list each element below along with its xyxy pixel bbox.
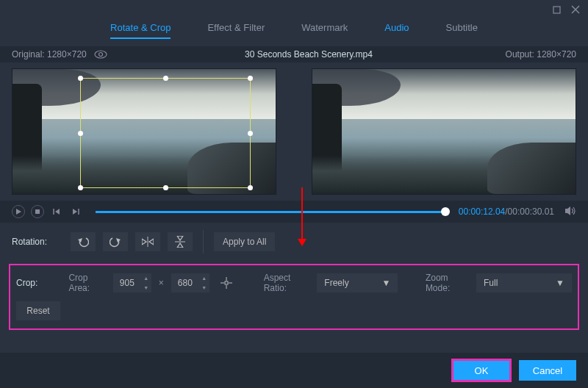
tab-rotate-crop[interactable]: Rotate & Crop [110,22,171,39]
svg-marker-8 [55,209,60,215]
svg-marker-16 [149,239,154,245]
svg-marker-19 [177,243,183,248]
height-down[interactable]: ▼ [199,283,209,292]
svg-marker-5 [16,209,21,215]
reset-button[interactable]: Reset [16,301,60,320]
file-title: 30 Seconds Beach Scenery.mp4 [159,49,459,60]
stop-button[interactable] [31,205,44,218]
tab-effect-filter[interactable]: Effect & Filter [207,22,265,39]
close-button[interactable] [570,4,581,15]
preview-area [0,62,588,201]
volume-icon[interactable] [564,206,576,218]
svg-rect-6 [35,209,40,214]
zoom-mode-select[interactable]: Full▼ [476,273,572,292]
flip-horizontal-button[interactable] [135,232,160,251]
next-frame-button[interactable] [69,205,82,218]
original-dimensions: Original: 1280×720 [12,49,87,60]
seek-thumb[interactable] [441,207,450,216]
info-bar: Original: 1280×720 30 Seconds Beach Scen… [0,46,588,62]
width-up[interactable]: ▲ [141,273,151,283]
cancel-button[interactable]: Cancel [519,360,576,381]
output-dimensions: Output: 1280×720 [459,49,576,60]
maximize-button[interactable] [551,4,562,15]
seek-slider[interactable] [96,211,445,213]
crop-section-highlight: Crop: Crop Area: ▲▼ × ▲▼ Aspect Ratio: F… [9,264,579,330]
aspect-ratio-label: Aspect Ratio: [264,273,310,293]
time-display: 00:00:12.04/00:00:30.01 [459,206,554,217]
prev-frame-button[interactable] [50,205,63,218]
svg-point-4 [98,53,102,57]
rotate-left-button[interactable] [71,232,96,251]
svg-rect-24 [225,281,228,284]
tab-subtitle[interactable]: Subtitle [446,22,478,39]
center-crop-button[interactable] [217,273,236,292]
crop-area-label: Crop Area: [68,273,105,293]
footer: OK Cancel [0,353,588,388]
svg-rect-0 [553,7,560,13]
svg-point-3 [95,51,107,58]
crop-width-input[interactable]: ▲▼ [113,273,151,292]
original-preview[interactable] [12,68,276,195]
crop-height-field[interactable] [171,278,199,288]
aspect-ratio-select[interactable]: Freely▼ [317,273,398,292]
chevron-down-icon: ▼ [381,278,390,288]
crop-label: Crop: [16,278,61,288]
rotate-right-button[interactable] [103,232,128,251]
eye-icon[interactable] [94,50,107,59]
svg-marker-11 [565,206,570,215]
tab-bar: Rotate & Crop Effect & Filter Watermark … [0,19,588,46]
output-preview [312,68,576,195]
rotation-label: Rotation: [12,237,63,247]
crop-width-field[interactable] [113,278,141,288]
height-up[interactable]: ▲ [199,273,209,283]
playback-controls: 00:00:12.04/00:00:30.01 [0,201,588,223]
width-down[interactable]: ▼ [141,283,151,292]
svg-marker-18 [177,236,183,240]
flip-vertical-button[interactable] [168,232,193,251]
svg-marker-9 [73,209,77,215]
tab-watermark[interactable]: Watermark [301,22,348,39]
chevron-down-icon: ▼ [556,278,564,288]
apply-to-all-button[interactable]: Apply to All [214,232,275,251]
ok-button[interactable]: OK [453,360,510,381]
window-titlebar [0,0,588,19]
zoom-mode-label: Zoom Mode: [426,273,469,293]
crop-height-input[interactable]: ▲▼ [171,273,209,292]
times-symbol: × [159,278,164,288]
svg-marker-15 [142,239,146,245]
tab-audio[interactable]: Audio [384,22,409,39]
play-button[interactable] [12,205,25,218]
rotation-section: Rotation: Apply to All [0,223,588,261]
